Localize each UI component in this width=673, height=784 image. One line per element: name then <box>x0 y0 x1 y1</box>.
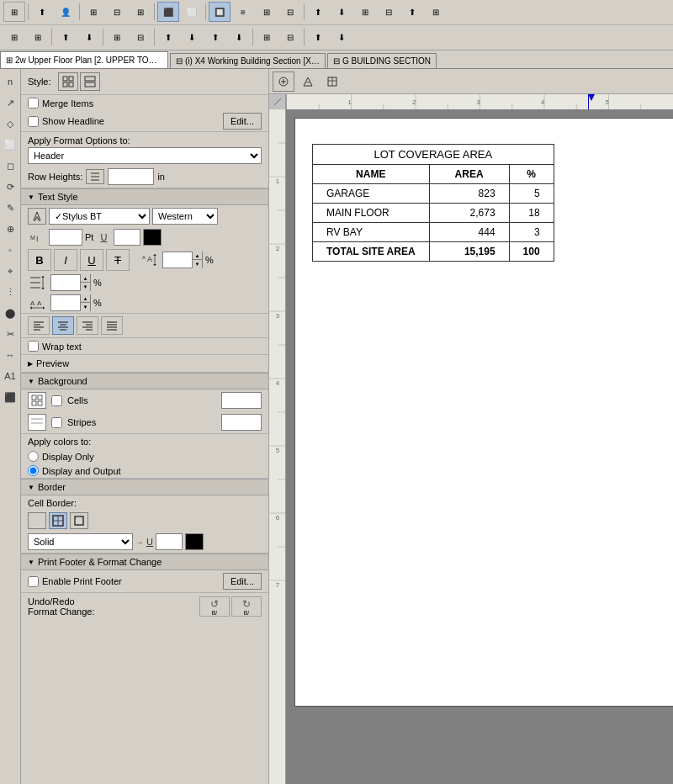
toolbar2-icon-11[interactable]: ⊞ <box>256 27 278 47</box>
text-color-swatch[interactable] <box>143 229 162 246</box>
toolbar-icon-15[interactable]: ⊞ <box>354 2 376 22</box>
border-style-select[interactable]: Solid <box>28 533 133 550</box>
align-left-btn[interactable] <box>28 316 50 335</box>
font-select[interactable]: ✓Stylus BT <box>49 208 150 225</box>
toolbar-icon-17[interactable]: ⬆ <box>401 2 423 22</box>
toolbar2-icon-6[interactable]: ⊟ <box>130 27 151 47</box>
toolbar-icon-7[interactable]: ⬛ <box>157 2 179 22</box>
toolbar2-icon-12[interactable]: ⊟ <box>279 27 301 47</box>
side-icon-8[interactable]: ⊕ <box>1 220 19 238</box>
right-toolbar-icon-2[interactable] <box>297 72 319 92</box>
spacing1-up[interactable]: ▲ <box>192 252 202 260</box>
side-icon-3[interactable]: ◇ <box>1 114 19 133</box>
spacing1-down[interactable]: ▼ <box>192 260 202 268</box>
cells-label[interactable]: Cells <box>67 395 216 405</box>
border-header[interactable]: ▼ Border <box>21 479 268 495</box>
toolbar2-icon-3[interactable]: ⬆ <box>55 27 77 47</box>
enable-print-footer-label[interactable]: Enable Print Footer <box>42 576 220 586</box>
border-outer-icon[interactable] <box>70 512 88 529</box>
cells-color-swatch[interactable] <box>221 392 262 409</box>
print-footer-header[interactable]: ▼ Print Footer & Format Change <box>21 554 268 570</box>
side-icon-9[interactable]: ◦ <box>1 241 19 259</box>
show-headline-label[interactable]: Show Headline <box>42 116 220 126</box>
merge-items-label[interactable]: Merge Items <box>42 98 93 109</box>
toolbar2-icon-5[interactable]: ⊞ <box>106 27 128 47</box>
toolbar-icon-6[interactable]: ⊞ <box>130 2 151 22</box>
spacing3-down[interactable]: ▼ <box>80 303 90 311</box>
side-icon-14[interactable]: ↔ <box>1 346 19 364</box>
toolbar2-icon-13[interactable]: ⬆ <box>307 27 329 47</box>
merge-items-checkbox[interactable] <box>28 98 39 109</box>
toolbar2-icon-2[interactable]: ⊞ <box>27 27 49 47</box>
side-icon-6[interactable]: ⟳ <box>1 177 19 196</box>
align-center-btn[interactable] <box>52 316 74 335</box>
bold-button[interactable]: B <box>28 249 51 271</box>
right-toolbar-icon-3[interactable] <box>321 72 343 92</box>
show-headline-checkbox[interactable] <box>28 116 39 127</box>
toolbar-icon-8[interactable]: ⬜ <box>181 2 203 22</box>
border-color-swatch[interactable] <box>185 533 204 550</box>
toolbar-icon-10[interactable]: ≡ <box>232 2 254 22</box>
tab-building-section[interactable]: ⊟ (i) X4 Working Building Section [X4 Wo… <box>170 53 326 68</box>
text-style-header[interactable]: ▼ Text Style <box>21 188 268 205</box>
background-header[interactable]: ▼ Background <box>21 373 268 389</box>
spacing2-input[interactable]: 100 <box>51 275 80 290</box>
spacing3-input[interactable]: 100 <box>51 295 80 310</box>
toolbar-icon-2[interactable]: ⬆ <box>31 2 53 22</box>
strikethrough-button[interactable]: T <box>106 249 130 271</box>
style-grid-icon-2[interactable] <box>80 72 100 91</box>
toolbar-icon-14[interactable]: ⬇ <box>331 2 352 22</box>
enable-print-footer-checkbox[interactable] <box>28 576 39 587</box>
toolbar-icon-3[interactable]: 👤 <box>55 2 77 22</box>
border-none-icon[interactable] <box>28 512 46 529</box>
apply-format-dropdown[interactable]: Header <box>28 147 262 164</box>
spacing2-up[interactable]: ▲ <box>80 274 90 283</box>
toolbar-icon-5[interactable]: ⊟ <box>106 2 128 22</box>
side-icon-12[interactable]: ⬤ <box>1 304 19 322</box>
align-right-btn[interactable] <box>77 316 98 335</box>
edit-button[interactable]: Edit... <box>223 113 262 130</box>
side-icon-7[interactable]: ✎ <box>1 199 19 217</box>
stripes-label[interactable]: Stripes <box>67 417 216 427</box>
underline-input[interactable]: 1 <box>114 229 140 246</box>
toolbar2-icon-9[interactable]: ⬆ <box>204 27 226 47</box>
preview-header[interactable]: ▶ Preview <box>28 357 262 370</box>
toolbar2-icon-8[interactable]: ⬇ <box>181 27 203 47</box>
tab-floor-plan[interactable]: ⊞ 2w Upper Floor Plan [2. UPPER TOP PLAT… <box>0 51 168 68</box>
cells-checkbox[interactable] <box>51 395 62 406</box>
side-icon-5[interactable]: ◻ <box>1 156 19 175</box>
toolbar2-icon-1[interactable]: ⊞ <box>3 27 25 47</box>
stripes-color-swatch[interactable] <box>221 414 262 431</box>
toolbar2-icon-7[interactable]: ⬆ <box>157 27 179 47</box>
toolbar2-icon-10[interactable]: ⬇ <box>228 27 250 47</box>
toolbar-icon-4[interactable]: ⊞ <box>82 2 104 22</box>
toolbar-icon-12[interactable]: ⊟ <box>279 2 301 22</box>
drawing-area[interactable]: LOT COVERAGE AREA NAME AREA % GARAGE8235… <box>286 109 673 784</box>
tab-g-building[interactable]: ⊟ G BUILDING SECTION <box>327 53 437 68</box>
print-footer-edit-button[interactable]: Edit... <box>223 573 262 590</box>
style-grid-icon-1[interactable] <box>58 72 78 91</box>
row-heights-input[interactable]: 0 <box>108 168 154 185</box>
spacing3-up[interactable]: ▲ <box>80 294 90 303</box>
toolbar-icon-18[interactable]: ⊞ <box>425 2 447 22</box>
toolbar-icon-1[interactable]: ⊞ <box>3 2 25 22</box>
toolbar2-icon-14[interactable]: ⬇ <box>331 27 352 47</box>
underline-button[interactable]: U <box>80 249 103 271</box>
toolbar-icon-16[interactable]: ⊟ <box>378 2 400 22</box>
side-icon-4[interactable]: ⬜ <box>1 135 19 154</box>
toolbar-icon-11[interactable]: ⊞ <box>256 2 278 22</box>
spacing1-input[interactable]: 100 <box>163 252 192 268</box>
border-inner-outer-icon[interactable] <box>49 512 67 529</box>
toolbar2-icon-4[interactable]: ⬇ <box>78 27 100 47</box>
side-icon-15[interactable]: A1 <box>1 367 19 385</box>
spacing2-down[interactable]: ▼ <box>80 283 90 291</box>
undo-button[interactable]: ↺ B/ <box>199 596 230 617</box>
wrap-text-label[interactable]: Wrap text <box>42 342 82 352</box>
side-icon-1[interactable]: n <box>1 72 19 91</box>
side-icon-2[interactable]: ↗ <box>1 93 19 112</box>
side-icon-13[interactable]: ✂ <box>1 325 19 343</box>
right-toolbar-icon-1[interactable] <box>273 72 294 92</box>
font-size-input[interactable]: 7 <box>49 229 82 246</box>
toolbar-icon-13[interactable]: ⬆ <box>307 2 329 22</box>
italic-button[interactable]: I <box>54 249 77 271</box>
